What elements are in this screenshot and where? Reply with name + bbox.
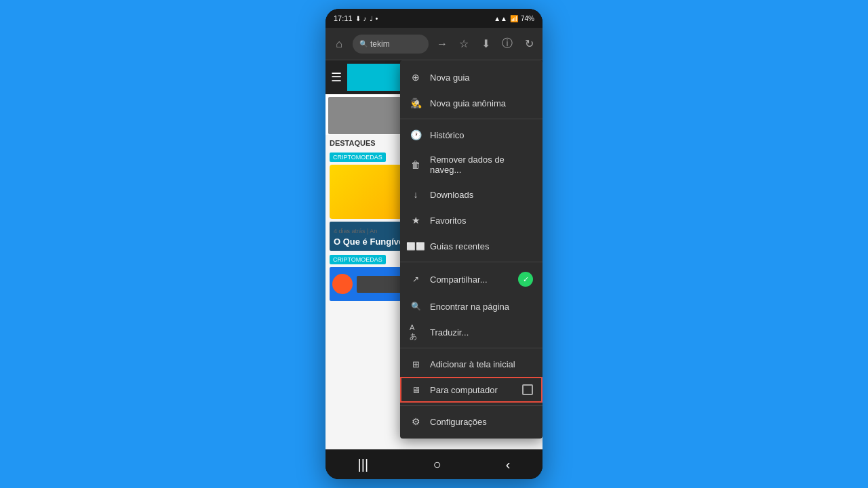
- menu-item-favoritos[interactable]: ★ Favoritos: [400, 207, 542, 233]
- menu-item-configuracoes[interactable]: ⚙ Configurações: [400, 409, 542, 434]
- separator-1: [400, 119, 542, 119]
- info-icon[interactable]: ⓘ: [499, 37, 515, 51]
- menu-label-downloads: Downloads: [430, 190, 533, 200]
- signal-icon: 📶: [510, 15, 518, 22]
- clock-icon: 🕐: [410, 129, 422, 141]
- star-icon: ★: [410, 214, 422, 226]
- menu-item-adicionar-tela[interactable]: ⊞ Adicionar à tela inicial: [400, 351, 542, 377]
- phone-frame: 17:11 ⬇ ♪ ♩ • ▲▲ 📶 74% ⌂ 🔍 tekim → ☆ ⬇ ⓘ…: [326, 9, 542, 479]
- dot-indicator: •: [376, 14, 378, 22]
- menu-label-nova-guia-anonima: Nova guia anônima: [430, 98, 533, 108]
- menu-label-nova-guia: Nova guia: [430, 73, 533, 83]
- menu-label-historico: Histórico: [430, 130, 533, 140]
- menu-item-historico[interactable]: 🕐 Histórico: [400, 122, 542, 148]
- menu-label-encontrar-pagina: Encontrar na página: [430, 302, 533, 312]
- refresh-icon[interactable]: ↻: [521, 37, 537, 50]
- bookmark-icon[interactable]: ☆: [456, 37, 472, 50]
- address-text: tekim: [370, 39, 390, 49]
- menu-label-compartilhar: Compartilhar...: [430, 274, 510, 285]
- translate-icon: Aあ: [410, 326, 422, 338]
- menu-label-favoritos: Favoritos: [430, 216, 533, 226]
- address-bar[interactable]: 🔍 tekim: [353, 35, 429, 54]
- status-right: ▲▲ 📶 74%: [494, 15, 534, 22]
- menu-label-adicionar-tela: Adicionar à tela inicial: [430, 359, 533, 369]
- wifi-icon: ▲▲: [494, 15, 507, 22]
- nav-bar: ||| ○ ‹: [326, 449, 542, 479]
- tabs-icon: ⬜⬜: [410, 240, 422, 252]
- trash-icon: 🗑: [410, 159, 422, 171]
- hamburger-icon[interactable]: ☰: [331, 70, 342, 85]
- nav-home-icon[interactable]: ○: [433, 457, 441, 472]
- share-icon: ↗: [410, 273, 422, 285]
- whatsapp-badge: ✓: [518, 272, 533, 287]
- menu-item-guias-recentes[interactable]: ⬜⬜ Guias recentes: [400, 233, 542, 259]
- menu-label-guias-recentes: Guias recentes: [430, 241, 533, 251]
- download-indicator-icon: ⬇: [355, 15, 361, 22]
- menu-label-remover-dados: Remover dados de naveg...: [430, 155, 533, 175]
- music-indicator-icon: ♪: [363, 15, 367, 22]
- menu-item-traduzir[interactable]: Aあ Traduzir...: [400, 319, 542, 345]
- second-badge: CRIPTOMOEDAS: [330, 255, 386, 264]
- search-circle-icon: 🔍: [410, 300, 422, 312]
- plus-circle-icon: ⊕: [410, 71, 422, 83]
- incognito-icon: 🕵: [410, 97, 422, 109]
- context-menu: ⊕ Nova guia 🕵 Nova guia anônima 🕐 Histór…: [400, 60, 542, 439]
- separator-2: [400, 262, 542, 262]
- forward-icon[interactable]: →: [434, 38, 450, 50]
- battery-icon: 74%: [521, 15, 534, 22]
- menu-item-encontrar-pagina[interactable]: 🔍 Encontrar na página: [400, 293, 542, 319]
- browser-content: ☰ DESTAQUES CRIPTOMOEDAS 🪙 4 dias atrás …: [326, 60, 542, 449]
- menu-item-downloads[interactable]: ↓ Downloads: [400, 182, 542, 207]
- add-home-icon: ⊞: [410, 358, 422, 370]
- gear-icon: ⚙: [410, 415, 422, 428]
- menu-item-nova-guia-anonima[interactable]: 🕵 Nova guia anônima: [400, 90, 542, 116]
- menu-item-para-computador[interactable]: 🖥 Para computador: [400, 377, 542, 403]
- tiktok-indicator-icon: ♩: [370, 15, 373, 22]
- menu-label-para-computador: Para computador: [430, 385, 514, 395]
- separator-3: [400, 348, 542, 348]
- status-left: 17:11 ⬇ ♪ ♩ •: [334, 14, 378, 22]
- nav-back-icon[interactable]: ‹: [506, 457, 511, 472]
- menu-item-compartilhar[interactable]: ↗ Compartilhar... ✓: [400, 265, 542, 293]
- status-bar: 17:11 ⬇ ♪ ♩ • ▲▲ 📶 74%: [326, 9, 542, 28]
- download-icon[interactable]: ⬇: [477, 37, 494, 50]
- menu-item-remover-dados[interactable]: 🗑 Remover dados de naveg...: [400, 148, 542, 182]
- nav-menu-icon[interactable]: |||: [358, 457, 369, 472]
- menu-label-configuracoes: Configurações: [430, 417, 533, 427]
- criptomoedas-badge: CRIPTOMOEDAS: [330, 152, 386, 162]
- menu-item-nova-guia[interactable]: ⊕ Nova guia: [400, 64, 542, 90]
- menu-label-traduzir: Traduzir...: [430, 327, 533, 338]
- square-icon: [522, 384, 533, 395]
- time-display: 17:11: [334, 14, 353, 22]
- home-icon[interactable]: ⌂: [331, 38, 347, 50]
- browser-chrome: ⌂ 🔍 tekim → ☆ ⬇ ⓘ ↻: [326, 28, 542, 60]
- desktop-icon: 🖥: [410, 384, 422, 396]
- separator-4: [400, 405, 542, 406]
- download-arrow-icon: ↓: [410, 188, 422, 201]
